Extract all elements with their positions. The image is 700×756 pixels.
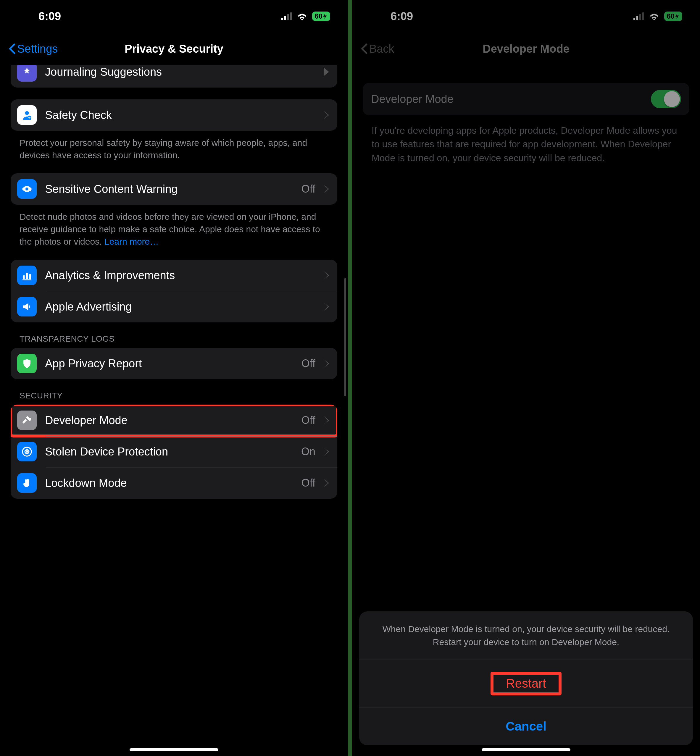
group-security: SECURITY Developer Mode Off Stolen Devic… bbox=[11, 391, 337, 499]
footer-safety-check: Protect your personal safety by staying … bbox=[11, 131, 337, 161]
cancel-button[interactable]: Cancel bbox=[359, 707, 693, 745]
row-lockdown-mode[interactable]: Lockdown Mode Off bbox=[11, 467, 337, 499]
advertising-icon bbox=[17, 297, 37, 317]
analytics-icon bbox=[17, 266, 37, 285]
status-time: 6:09 bbox=[39, 10, 61, 23]
chevron-right-icon bbox=[323, 447, 329, 456]
chevron-right-icon bbox=[323, 302, 329, 311]
group-analytics: Analytics & Improvements Apple Advertisi… bbox=[11, 260, 337, 322]
app-privacy-icon bbox=[17, 354, 37, 373]
wifi-icon bbox=[297, 12, 308, 20]
sensitive-content-icon bbox=[17, 179, 37, 199]
header-security: SECURITY bbox=[11, 391, 337, 405]
status-icons: 60 bbox=[281, 11, 330, 21]
nav-bar: Settings Privacy & Security bbox=[0, 33, 348, 65]
chevron-right-icon bbox=[323, 416, 329, 425]
stolen-device-icon bbox=[17, 442, 37, 461]
scrollbar[interactable] bbox=[344, 278, 346, 396]
group-transparency: TRANSPARENCY LOGS App Privacy Report Off bbox=[11, 334, 337, 379]
footer-scw: Detect nude photos and videos before the… bbox=[11, 205, 337, 248]
row-value: On bbox=[301, 445, 316, 458]
svg-rect-9 bbox=[26, 451, 28, 453]
row-analytics-improvements[interactable]: Analytics & Improvements bbox=[11, 260, 337, 291]
settings-content[interactable]: Journaling Suggestions Safety Check Prot… bbox=[0, 65, 348, 756]
svg-rect-3 bbox=[23, 275, 25, 279]
group-journaling: Journaling Suggestions bbox=[11, 65, 337, 87]
row-value: Off bbox=[302, 477, 316, 489]
restart-button[interactable]: Restart bbox=[359, 659, 693, 707]
safety-check-icon bbox=[17, 105, 37, 125]
row-app-privacy-report[interactable]: App Privacy Report Off bbox=[11, 348, 337, 379]
chevron-right-icon bbox=[323, 271, 329, 280]
journaling-icon bbox=[17, 65, 37, 82]
chevron-left-icon bbox=[9, 43, 16, 55]
group-scw: Sensitive Content Warning Off Detect nud… bbox=[11, 173, 337, 248]
hand-icon bbox=[17, 473, 37, 493]
chevron-right-icon bbox=[323, 479, 329, 487]
chevron-right-icon bbox=[323, 359, 329, 368]
learn-more-link[interactable]: Learn more… bbox=[105, 237, 159, 246]
header-transparency: TRANSPARENCY LOGS bbox=[11, 334, 337, 348]
phone-left: 6:09 60 Settings Privacy & Security Jour… bbox=[0, 0, 348, 756]
row-value: Off bbox=[302, 183, 316, 195]
battery-icon: 60 bbox=[312, 11, 330, 21]
row-developer-mode[interactable]: Developer Mode Off bbox=[11, 405, 337, 436]
back-button[interactable]: Settings bbox=[9, 42, 58, 55]
cellular-icon bbox=[281, 12, 292, 20]
row-safety-check[interactable]: Safety Check bbox=[11, 99, 337, 131]
home-indicator[interactable] bbox=[482, 748, 570, 751]
status-bar: 6:09 60 bbox=[0, 0, 348, 33]
row-journaling-suggestions[interactable]: Journaling Suggestions bbox=[11, 65, 337, 87]
hammer-icon bbox=[17, 411, 37, 430]
chevron-right-icon bbox=[323, 111, 329, 119]
group-safety-check: Safety Check Protect your personal safet… bbox=[11, 99, 337, 161]
sheet-message: When Developer Mode is turned on, your d… bbox=[359, 611, 693, 659]
chevron-right-icon bbox=[323, 184, 329, 194]
chevron-right-icon bbox=[323, 67, 329, 76]
svg-point-2 bbox=[25, 187, 28, 191]
row-value: Off bbox=[302, 357, 316, 370]
svg-rect-5 bbox=[29, 274, 31, 279]
row-value: Off bbox=[302, 414, 316, 426]
row-apple-advertising[interactable]: Apple Advertising bbox=[11, 291, 337, 322]
row-stolen-device-protection[interactable]: Stolen Device Protection On bbox=[11, 436, 337, 467]
svg-rect-6 bbox=[22, 280, 31, 280]
phone-right: 6:09 60 Back Developer Mode Developer Mo… bbox=[352, 0, 700, 756]
row-sensitive-content-warning[interactable]: Sensitive Content Warning Off bbox=[11, 173, 337, 205]
home-indicator[interactable] bbox=[130, 748, 218, 751]
action-sheet: When Developer Mode is turned on, your d… bbox=[359, 611, 693, 745]
svg-point-0 bbox=[25, 111, 29, 115]
svg-rect-4 bbox=[26, 273, 28, 279]
